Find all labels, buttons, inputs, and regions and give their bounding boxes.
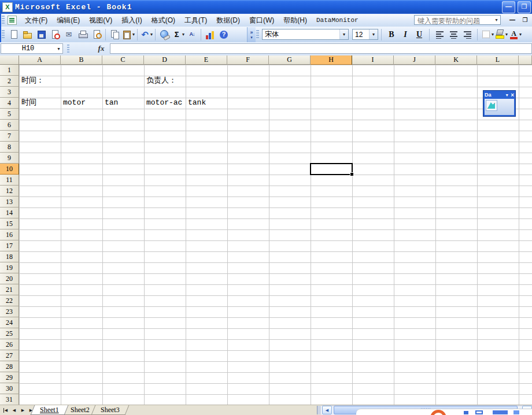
column-header-partial[interactable]: [519, 55, 532, 65]
scroll-left-button[interactable]: ◀: [322, 406, 332, 414]
font-color-dropdown-icon[interactable]: ▾: [519, 32, 522, 37]
row-header-29[interactable]: 29: [0, 372, 19, 383]
fill-handle[interactable]: [350, 172, 354, 176]
column-header-C[interactable]: C: [102, 55, 144, 65]
workbook-minimize-button[interactable]: —: [508, 17, 517, 24]
column-header-G[interactable]: G: [269, 55, 311, 65]
paste-dropdown-icon[interactable]: ▾: [132, 32, 135, 37]
menubar-grip-handle[interactable]: [2, 16, 5, 25]
font-size-dropdown-icon[interactable]: ▾: [369, 29, 378, 39]
undo-button[interactable]: ↶▾: [139, 28, 153, 41]
row-header-26[interactable]: 26: [0, 339, 19, 350]
menu-window[interactable]: 窗口(W): [245, 14, 279, 27]
row-header-18[interactable]: 18: [0, 251, 19, 262]
column-header-A[interactable]: A: [19, 55, 61, 65]
align-center-button[interactable]: [446, 28, 460, 41]
cell-D2[interactable]: 负责人：: [146, 76, 176, 87]
menu-datamonitor[interactable]: DataMonitor: [312, 15, 363, 25]
font-size-combo[interactable]: 12 ▾: [352, 29, 378, 40]
column-header-H[interactable]: H: [311, 55, 352, 65]
tab-scroll-first-button[interactable]: ◀: [1, 406, 10, 414]
autosum-button[interactable]: Σ▾: [171, 28, 185, 41]
sort-ascending-button[interactable]: A↓: [185, 28, 199, 41]
row-header-1[interactable]: 1: [0, 65, 19, 76]
formula-input[interactable]: [110, 43, 532, 54]
cell-D4[interactable]: motor-ac: [146, 98, 182, 109]
row-header-20[interactable]: 20: [0, 273, 19, 284]
column-header-D[interactable]: D: [144, 55, 186, 65]
row-header-9[interactable]: 9: [0, 153, 19, 164]
selected-cell[interactable]: [310, 163, 353, 175]
copy-button[interactable]: [108, 28, 121, 41]
row-header-22[interactable]: 22: [0, 295, 19, 306]
column-header-I[interactable]: I: [352, 55, 394, 65]
select-all-corner[interactable]: [0, 55, 19, 65]
open-button[interactable]: [20, 28, 34, 41]
column-header-B[interactable]: B: [61, 55, 102, 65]
row-header-16[interactable]: 16: [0, 229, 19, 240]
row-header-13[interactable]: 13: [0, 197, 19, 208]
print-button[interactable]: [76, 28, 90, 41]
fill-color-dropdown-icon[interactable]: ▾: [505, 32, 508, 37]
cell-C4[interactable]: tan: [105, 98, 118, 109]
name-box[interactable]: H10 ▾: [1, 43, 63, 54]
row-header-30[interactable]: 30: [0, 383, 19, 394]
row-header-2[interactable]: 2: [0, 76, 19, 87]
align-right-button[interactable]: [460, 28, 474, 41]
toolbar-options-button[interactable]: » ▾: [247, 27, 256, 42]
menu-tools[interactable]: 工具(T): [180, 14, 212, 27]
row-header-4[interactable]: 4: [0, 98, 19, 109]
row-header-23[interactable]: 23: [0, 306, 19, 317]
formatting-toolbar-grip-handle[interactable]: [256, 30, 259, 39]
sheet-tab-sheet1[interactable]: Sheet1: [31, 405, 69, 415]
row-header-11[interactable]: 11: [0, 175, 19, 186]
new-button[interactable]: [6, 28, 20, 41]
minimize-button[interactable]: —: [502, 1, 515, 13]
italic-button[interactable]: I: [398, 28, 412, 41]
row-header-27[interactable]: 27: [0, 350, 19, 361]
menu-edit[interactable]: 编辑(E): [52, 14, 84, 27]
align-left-button[interactable]: [433, 28, 446, 41]
column-header-F[interactable]: F: [227, 55, 269, 65]
name-box-dropdown-icon[interactable]: ▾: [55, 44, 62, 53]
undo-dropdown-icon[interactable]: ▾: [150, 32, 153, 37]
row-header-17[interactable]: 17: [0, 240, 19, 251]
column-header-E[interactable]: E: [186, 55, 227, 65]
column-header-L[interactable]: L: [477, 55, 519, 65]
menu-view[interactable]: 视图(V): [84, 14, 117, 27]
insert-hyperlink-button[interactable]: [157, 28, 171, 41]
row-header-31[interactable]: 31: [0, 394, 19, 405]
row-header-6[interactable]: 6: [0, 120, 19, 131]
row-header-14[interactable]: 14: [0, 208, 19, 218]
insert-function-button[interactable]: fx: [94, 43, 108, 54]
datamonitor-tool-button[interactable]: [486, 100, 497, 111]
menu-format[interactable]: 格式(O): [147, 14, 180, 27]
row-header-10[interactable]: 10: [0, 164, 19, 175]
row-header-3[interactable]: 3: [0, 87, 19, 98]
menu-insert[interactable]: 插入(I): [117, 14, 146, 27]
font-name-dropdown-icon[interactable]: ▾: [339, 29, 348, 39]
row-header-8[interactable]: 8: [0, 142, 19, 153]
help-box-dropdown-icon[interactable]: ▾: [493, 16, 500, 24]
workbook-icon[interactable]: [8, 16, 17, 25]
borders-dropdown-icon[interactable]: ▾: [492, 32, 494, 37]
column-header-K[interactable]: K: [435, 55, 477, 65]
row-header-28[interactable]: 28: [0, 361, 19, 372]
help-question-box[interactable]: [414, 15, 501, 25]
menu-data[interactable]: 数据(D): [212, 14, 245, 27]
autosum-dropdown-icon[interactable]: ▾: [182, 32, 184, 37]
column-header-J[interactable]: J: [394, 55, 435, 65]
workbook-restore-button[interactable]: ❐: [520, 17, 530, 24]
font-color-button[interactable]: A ▾: [508, 28, 522, 41]
chart-wizard-button[interactable]: [203, 28, 217, 41]
floating-toolbar-close-icon[interactable]: ×: [511, 92, 514, 98]
font-name-combo[interactable]: 宋体 ▾: [262, 29, 349, 40]
row-header-12[interactable]: 12: [0, 186, 19, 197]
row-header-25[interactable]: 25: [0, 328, 19, 339]
row-header-5[interactable]: 5: [0, 109, 19, 120]
cell-A2[interactable]: 时间：: [21, 76, 44, 87]
row-header-21[interactable]: 21: [0, 284, 19, 295]
paste-button[interactable]: ▾: [121, 28, 135, 41]
cell-B4[interactable]: motor: [63, 98, 86, 109]
help-button[interactable]: ?: [217, 28, 231, 41]
